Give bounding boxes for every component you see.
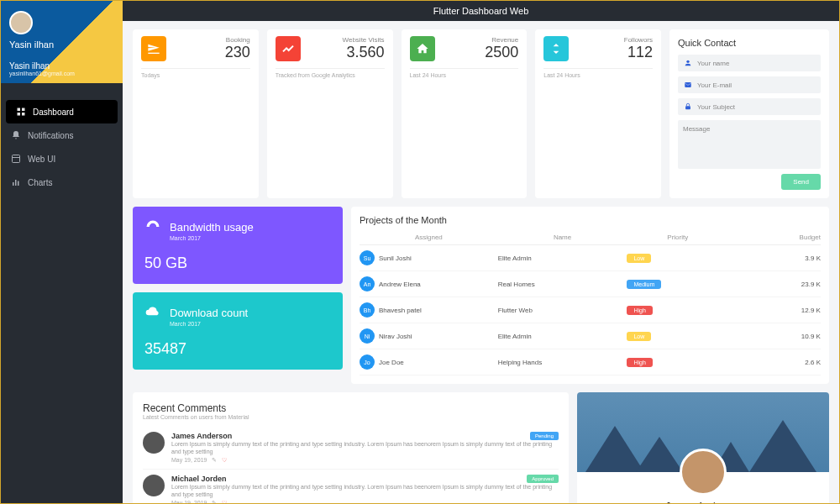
qc-email-field[interactable]: Your E-mail [678,76,821,93]
edit-icon[interactable]: ✎ [212,500,217,503]
comment-text: Lorem Ipsum is simply dummy text of the … [171,483,559,498]
chart-icon [11,177,21,187]
nav: Dashboard Notifications Web UI Charts [1,100,123,194]
nav-label: Web UI [28,155,55,164]
edit-icon[interactable]: ✎ [212,457,217,464]
bandwidth-card[interactable]: Bandwidth usage March 2017 50 GB [133,207,343,284]
priority-badge: High [627,306,652,315]
card-title: Bandwidth usage [170,221,254,234]
stat-value: 230 [225,44,250,61]
nav-label: Charts [28,178,52,187]
qc-subject-field[interactable]: Your Subject [678,98,821,115]
status-badge: Pending [530,432,559,440]
svg-rect-1 [22,108,25,112]
collapse-icon [543,36,569,61]
assignee-avatar: Bh [360,302,375,318]
svg-rect-9 [148,53,159,54]
gauge-icon [144,218,161,235]
qc-message-field[interactable]: Message [678,120,821,169]
stat-label: Booking [225,36,250,44]
user-avatar[interactable] [9,11,33,34]
profile-name: James Anderson [577,501,829,503]
quick-contact: Quick Contact Your name Your E-mail Your… [669,29,829,198]
table-row[interactable]: AnAndrew ElenaReal HomesMedium23.9 K [360,271,821,297]
project-name: Helping Hands [498,359,627,366]
send-button[interactable]: Send [781,174,821,190]
assignee-name: Joe Doe [379,359,404,366]
commenter-avatar[interactable] [143,475,165,496]
table-row[interactable]: SuSunil JoshiElite AdminLow3.9 K [360,245,821,271]
nav-notifications[interactable]: Notifications [1,123,123,147]
stat-followers[interactable]: Followors112 Last 24 Hours [535,29,661,198]
svg-rect-7 [15,180,17,186]
nav-charts[interactable]: Charts [1,171,123,194]
table-row[interactable]: NiNirav JoshiElite AdminLow10.9 K [360,323,821,349]
dashboard-icon [16,107,26,117]
project-name: Elite Admin [498,333,627,340]
comment-date: May 19, 2019 [171,500,207,503]
sidebar: Yasin ilhan Yasin ilhan yasinilhan61@gma… [1,1,123,503]
profile-avatar[interactable] [680,449,727,496]
assignee-avatar: Su [360,250,375,265]
download-card[interactable]: Download count March 2017 35487 [133,292,343,370]
budget: 10.9 K [728,333,821,340]
qc-title: Quick Contact [678,38,821,48]
commenter-name: James Anderson [171,432,559,440]
card-value: 50 GB [144,255,331,272]
stat-value: 2500 [485,44,518,61]
nav-label: Notifications [28,131,73,140]
home-icon [410,36,435,61]
comment-item: James AndersonLorem Ipsum is simply dumm… [143,427,559,470]
content: Booking230 Todays Website Visits3.560 Tr… [123,21,839,503]
heart-icon[interactable]: ♡ [222,500,227,503]
comments-card: Recent Comments Latest Comments on users… [133,392,569,503]
stat-visits[interactable]: Website Visits3.560 Tracked from Google … [267,29,393,198]
stat-revenue[interactable]: Revenue2500 Last 24 Hours [402,29,528,198]
svg-rect-8 [18,181,19,186]
project-name: Flutter Web [498,307,627,314]
commenter-name: Michael Jorden [171,475,559,483]
stat-value: 3.560 [343,44,385,61]
svg-point-10 [686,60,689,63]
cloud-icon [144,304,161,321]
nav-webui[interactable]: Web UI [1,147,123,171]
assignee-name: Nirav Joshi [379,333,412,340]
app-title: Flutter Dashboard Web [433,6,529,16]
projects-header: Assigned Name Priority Budget [360,230,821,245]
nav-dashboard[interactable]: Dashboard [6,100,118,123]
main: Flutter Dashboard Web Booking230 Todays … [123,1,839,503]
svg-rect-0 [18,108,21,112]
stat-foot: Last 24 Hours [410,68,519,78]
comments-sub: Latest Comments on users from Material [143,414,559,420]
user-email: yasinilhan61@gmail.com [9,71,114,76]
stat-booking[interactable]: Booking230 Todays [133,29,259,198]
table-row[interactable]: BhBhavesh patelFlutter WebHigh12.9 K [360,297,821,323]
projects-card: Projects of the Month Assigned Name Prio… [351,207,829,384]
svg-rect-11 [685,82,691,87]
priority-badge: Low [627,254,651,263]
topbar: Flutter Dashboard Web [123,1,839,21]
budget: 12.9 K [728,307,821,314]
commenter-avatar[interactable] [143,432,165,454]
project-name: Real Homes [498,281,627,288]
assignee-avatar: Jo [360,354,375,370]
qc-name-field[interactable]: Your name [678,55,821,71]
card-sub: March 2017 [170,235,331,241]
assignee-name: Andrew Elena [379,281,421,288]
bell-icon [11,130,21,140]
svg-rect-3 [22,113,25,116]
heart-icon[interactable]: ♡ [222,457,227,464]
stat-label: Revenue [485,36,518,44]
svg-rect-6 [13,182,14,186]
priority-badge: Medium [627,280,661,289]
budget: 3.9 K [728,255,821,262]
priority-badge: High [627,358,652,367]
table-row[interactable]: JoJoe DoeHelping HandsHigh2.6 K [360,349,821,375]
comments-title: Recent Comments [143,402,559,414]
lock-icon [684,102,692,111]
status-badge: Approved [527,475,559,483]
stat-foot: Todays [141,68,250,78]
card-value: 35487 [144,340,331,358]
assignee-name: Bhavesh patel [379,307,422,314]
user-sub-name: Yasin ilhan [9,61,114,71]
